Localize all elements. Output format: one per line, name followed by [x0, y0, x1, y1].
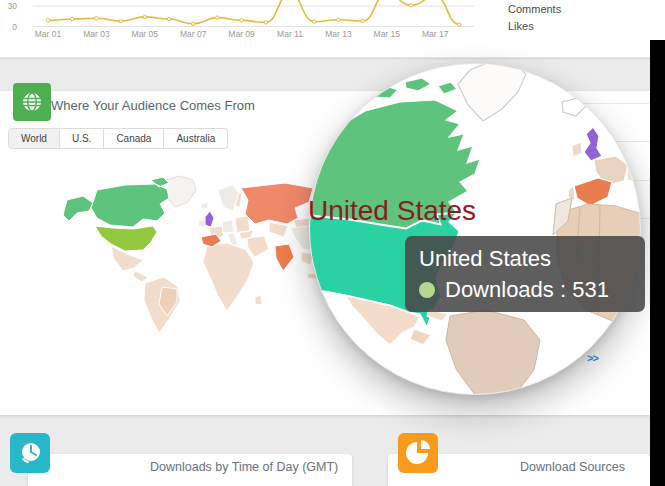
tooltip-country-name: United States	[419, 243, 631, 274]
country-alaska[interactable]	[63, 196, 93, 221]
map-country-label: United States	[308, 195, 476, 227]
audience-section-title: Where Your Audience Comes From	[51, 98, 255, 113]
engagement-trend-card: 300Mar 01Mar 03Mar 05Mar 07Mar 09Mar 11M…	[0, 0, 665, 58]
country-united-states[interactable]	[95, 226, 157, 251]
country-russia[interactable]	[241, 183, 313, 224]
clock-icon	[10, 433, 50, 473]
country-united-kingdom-magnified[interactable]	[584, 127, 602, 161]
country-spain-magnified[interactable]	[574, 178, 612, 206]
svg-text:0: 0	[12, 22, 17, 32]
svg-text:Mar 11: Mar 11	[277, 29, 303, 39]
svg-text:Mar 17: Mar 17	[422, 29, 449, 39]
time-of-day-title: Downloads by Time of Day (GMT)	[150, 460, 338, 474]
svg-text:Mar 05: Mar 05	[132, 29, 159, 39]
country-ireland-magnified	[572, 142, 582, 157]
country-norway-magnified	[608, 64, 640, 90]
magnified-map[interactable]	[310, 64, 640, 394]
tab-canada[interactable]: Canada	[104, 128, 164, 149]
country-south-america-magnified	[446, 310, 540, 394]
country-greenland-magnified	[458, 64, 526, 121]
map-magnifier-circle	[309, 63, 641, 395]
svg-text:30: 30	[8, 1, 18, 11]
svg-text:Mar 01: Mar 01	[35, 29, 62, 39]
screenshot-void	[650, 40, 665, 486]
tab-world[interactable]: World	[8, 128, 60, 149]
country-india[interactable]	[275, 244, 294, 271]
page: 300Mar 01Mar 03Mar 05Mar 07Mar 09Mar 11M…	[0, 0, 665, 486]
list-divider	[575, 103, 650, 104]
tab-australia[interactable]: Australia	[164, 128, 228, 149]
svg-text:Mar 07: Mar 07	[180, 29, 207, 39]
country-canada[interactable]	[91, 177, 169, 227]
country-united-kingdom[interactable]	[205, 211, 214, 227]
legend-item-comments[interactable]: Comments	[508, 1, 561, 18]
globe-icon	[13, 83, 51, 121]
svg-text:Mar 13: Mar 13	[325, 29, 352, 39]
map-more-link[interactable]: >>	[587, 352, 598, 364]
tooltip-metric-value: Downloads : 531	[445, 274, 609, 305]
svg-text:Mar 09: Mar 09	[228, 29, 255, 39]
pie-chart-icon	[398, 433, 438, 473]
download-sources-title: Download Sources	[520, 460, 625, 474]
svg-text:Mar 15: Mar 15	[374, 29, 401, 39]
tooltip-series-dot-icon	[419, 282, 435, 298]
legend-item-likes[interactable]: Likes	[508, 18, 561, 35]
country-central-america-magnified	[410, 329, 431, 345]
tab-us[interactable]: U.S.	[60, 128, 104, 149]
trend-line-chart[interactable]: 300Mar 01Mar 03Mar 05Mar 07Mar 09Mar 11M…	[0, 0, 665, 57]
svg-text:Mar 03: Mar 03	[83, 29, 110, 39]
chart-legend: Comments Likes	[508, 1, 561, 35]
region-tabs: World U.S. Canada Australia	[8, 128, 228, 149]
map-tooltip: United States Downloads : 531	[405, 236, 645, 312]
